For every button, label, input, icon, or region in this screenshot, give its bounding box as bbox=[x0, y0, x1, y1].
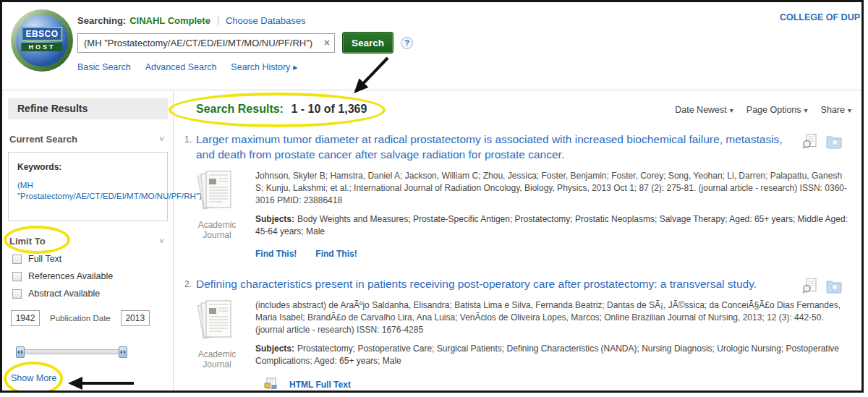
full-text-option: Full Text bbox=[12, 254, 173, 264]
slider-handle-left[interactable] bbox=[16, 346, 25, 358]
help-icon[interactable]: ? bbox=[401, 37, 413, 49]
logo-ebsco-text: EBSCO bbox=[21, 27, 62, 41]
find-this-link-1[interactable]: Find This! bbox=[255, 248, 297, 260]
result-item-2: 2. Defining characteristics present in p… bbox=[184, 276, 851, 393]
references-available-checkbox[interactable] bbox=[12, 272, 22, 281]
search-area: Searching: CINAHL Complete Choose Databa… bbox=[77, 15, 413, 72]
searching-label: Searching: bbox=[77, 15, 126, 26]
search-input[interactable] bbox=[77, 33, 335, 53]
pub-date-from-input[interactable] bbox=[11, 310, 40, 326]
refine-sidebar: Refine Results Current Search Keywords: … bbox=[2, 91, 174, 390]
chevron-down-icon[interactable] bbox=[159, 135, 164, 145]
academic-journal-icon bbox=[196, 331, 238, 343]
pub-date-to-input[interactable] bbox=[121, 310, 150, 326]
references-available-label: References Available bbox=[28, 271, 113, 281]
abstract-available-option: Abstract Available bbox=[12, 289, 173, 299]
current-search-label: Current Search bbox=[9, 134, 77, 145]
result-item-1: 1. Larger maximum tumor diameter at radi… bbox=[184, 132, 851, 260]
share-dropdown[interactable]: Share bbox=[821, 105, 851, 115]
source-type-label: Academic Journal bbox=[184, 349, 250, 370]
preview-icon[interactable] bbox=[801, 133, 819, 153]
result-number: 1. bbox=[184, 132, 196, 162]
citation-text: (includes abstract) de AraÃºjo Saldanha,… bbox=[255, 299, 851, 336]
database-name: CINAHL Complete bbox=[129, 15, 210, 26]
subjects-block: Subjects:Body Weights and Measures; Pros… bbox=[255, 213, 851, 238]
subjects-text: Body Weights and Measures; Prostate-Spec… bbox=[255, 214, 848, 236]
header: EBSCO HOST Searching: CINAHL Complete Ch… bbox=[2, 2, 861, 90]
search-button[interactable]: Search bbox=[342, 32, 393, 54]
refine-results-title: Refine Results bbox=[8, 98, 168, 119]
subjects-label: Subjects: bbox=[255, 214, 294, 224]
result-title-link[interactable]: Defining characteristics present in pati… bbox=[196, 276, 757, 291]
show-more-link[interactable]: Show More bbox=[11, 373, 56, 383]
results-range: 1 - 10 of 1,369 bbox=[291, 103, 367, 115]
preview-icon[interactable] bbox=[801, 278, 819, 298]
limit-to-label: Limit To bbox=[9, 236, 46, 247]
ebscohost-results-page: EBSCO HOST Searching: CINAHL Complete Ch… bbox=[0, 0, 864, 393]
add-to-folder-icon[interactable] bbox=[825, 278, 843, 298]
page-options-dropdown[interactable]: Page Options bbox=[746, 105, 808, 115]
subjects-text: Prostatectomy; Postoperative Care; Surgi… bbox=[255, 343, 839, 366]
citation-text: Johnson, Skyler B; Hamstra, Daniel A; Ja… bbox=[255, 170, 851, 207]
date-range-slider bbox=[17, 349, 127, 354]
add-to-folder-icon[interactable] bbox=[825, 133, 843, 153]
logo-host-text: HOST bbox=[21, 43, 62, 51]
subjects-label: Subjects: bbox=[255, 343, 294, 354]
html-full-text-icon[interactable] bbox=[264, 377, 278, 393]
abstract-available-label: Abstract Available bbox=[28, 289, 100, 299]
results-count: Search Results: 1 - 10 of 1,369 bbox=[196, 103, 367, 116]
limit-to-section-header[interactable]: Limit To bbox=[9, 236, 164, 247]
current-search-section-header[interactable]: Current Search bbox=[9, 134, 164, 145]
search-history-link[interactable]: Search History bbox=[231, 62, 297, 72]
chevron-down-icon[interactable] bbox=[159, 236, 164, 247]
search-box: × bbox=[77, 33, 335, 53]
publication-date-label: Publication Date bbox=[50, 314, 111, 323]
basic-search-link[interactable]: Basic Search bbox=[77, 62, 131, 72]
result-number: 2. bbox=[184, 276, 196, 291]
keywords-query-link[interactable]: (MH "Prostatectomy/AE/CT/ED/EI/MT/MO/NU/… bbox=[17, 180, 165, 202]
current-search-box: Keywords: (MH "Prostatectomy/AE/CT/ED/EI… bbox=[8, 152, 168, 221]
sort-dropdown[interactable]: Date Newest bbox=[675, 105, 733, 115]
abstract-available-checkbox[interactable] bbox=[12, 289, 22, 299]
slider-handle-right[interactable] bbox=[119, 346, 127, 358]
academic-journal-icon bbox=[196, 202, 238, 214]
divider bbox=[218, 16, 218, 25]
full-text-checkbox[interactable] bbox=[12, 255, 22, 264]
choose-databases-link[interactable]: Choose Databases bbox=[226, 15, 306, 26]
html-full-text-link[interactable]: HTML Full Text bbox=[289, 379, 351, 391]
subjects-block: Subjects:Prostatectomy; Postoperative Ca… bbox=[255, 343, 851, 367]
institution-link[interactable]: COLLEGE OF DUP bbox=[780, 12, 860, 22]
source-type-label: Academic Journal bbox=[184, 220, 250, 240]
keywords-label: Keywords: bbox=[17, 162, 167, 172]
references-available-option: References Available bbox=[12, 271, 173, 281]
advanced-search-link[interactable]: Advanced Search bbox=[145, 62, 217, 72]
clear-search-icon[interactable]: × bbox=[324, 37, 330, 48]
results-toolbar: Date Newest Page Options Share bbox=[675, 105, 851, 115]
ebsco-host-logo: EBSCO HOST bbox=[11, 9, 73, 72]
publication-date-filter: Publication Date bbox=[11, 310, 166, 326]
search-results-label: Search Results: bbox=[196, 103, 284, 115]
full-text-label: Full Text bbox=[28, 254, 61, 264]
find-this-link-2[interactable]: Find This! bbox=[315, 248, 357, 260]
results-main: Search Results: 1 - 10 of 1,369 Date New… bbox=[174, 91, 861, 390]
result-title-link[interactable]: Larger maximum tumor diameter at radical… bbox=[196, 132, 796, 162]
